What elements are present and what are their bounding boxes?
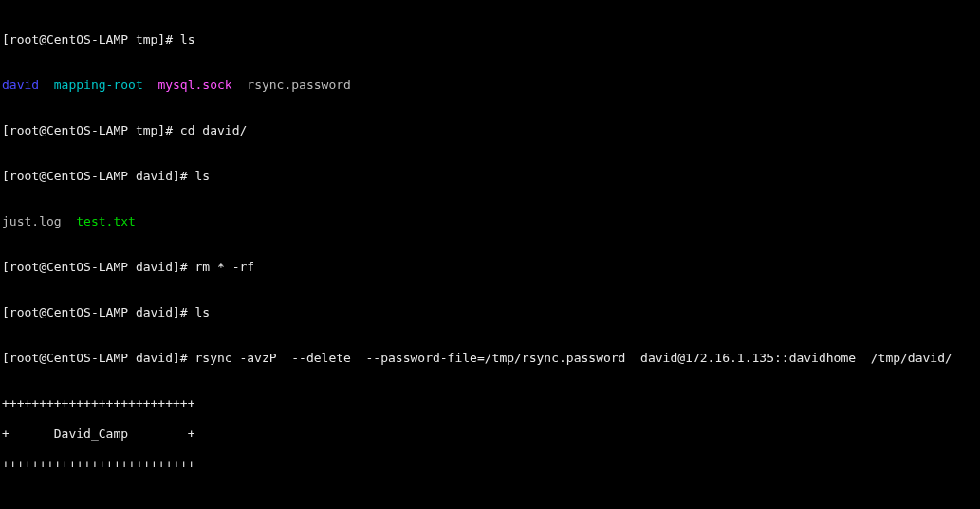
banner-sep: ++++++++++++++++++++++++++: [2, 396, 978, 411]
cmd-text: ls: [195, 169, 211, 183]
file-rsync-password: rsync.password: [247, 78, 351, 92]
dir-david: david: [2, 78, 39, 92]
file-testtxt: test.txt: [76, 214, 136, 228]
line: [root@CentOS-LAMP david]# ls: [2, 305, 978, 320]
prompt: [root@CentOS-LAMP david]#: [2, 305, 188, 319]
line: [root@CentOS-LAMP david]# rsync -avzP --…: [2, 351, 978, 366]
line: [root@CentOS-LAMP tmp]# cd david/: [2, 123, 978, 138]
cmd-text: cd david/: [180, 123, 247, 137]
file-justlog: just.log: [2, 214, 62, 228]
line: [root@CentOS-LAMP tmp]# ls: [2, 32, 978, 47]
cmd-text: ls: [180, 32, 195, 46]
sock-mysql: mysql.sock: [157, 78, 231, 92]
prompt: [root@CentOS-LAMP david]#: [2, 260, 188, 274]
banner-mid: + David_Camp +: [2, 427, 978, 442]
prompt: [root@CentOS-LAMP tmp]#: [2, 123, 173, 137]
prompt: [root@CentOS-LAMP david]#: [2, 169, 188, 183]
prompt: [root@CentOS-LAMP david]#: [2, 351, 188, 365]
cmd-text: ls: [195, 305, 211, 319]
cmd-text: rsync -avzP --delete --password-file=/tm…: [195, 351, 952, 365]
cmd-text: rm * -rf: [195, 260, 255, 274]
blank-line: [2, 502, 978, 509]
ls-output: just.log test.txt: [2, 214, 978, 229]
banner-sep: ++++++++++++++++++++++++++: [2, 457, 978, 472]
line: [root@CentOS-LAMP david]# rm * -rf: [2, 260, 978, 275]
terminal[interactable]: [root@CentOS-LAMP tmp]# ls david mapping…: [0, 0, 980, 509]
line: [root@CentOS-LAMP david]# ls: [2, 169, 978, 184]
prompt: [root@CentOS-LAMP tmp]#: [2, 32, 173, 46]
ls-output: david mapping-root mysql.sock rsync.pass…: [2, 78, 978, 93]
link-mapping-root: mapping-root: [54, 78, 143, 92]
